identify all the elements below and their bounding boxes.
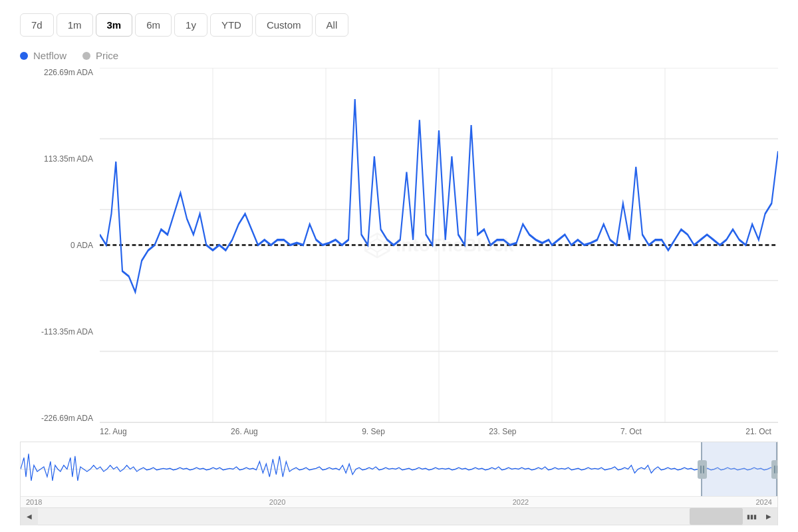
price-dot	[82, 52, 90, 60]
time-range-buttons: 7d 1m 3m 6m 1y YTD Custom All	[20, 13, 778, 37]
scroll-bar: ◀ ▮▮▮ ▶	[20, 508, 778, 525]
chart-legend: Netflow Price	[20, 50, 778, 61]
netflow-dot	[20, 52, 28, 60]
nav-chart-svg	[21, 442, 777, 496]
chart-area: 226.69m ADA 113.35m ADA 0 ADA -113.35m A…	[20, 68, 778, 525]
nav-chart-body	[21, 442, 777, 496]
nav-selection-overlay[interactable]	[701, 442, 777, 496]
time-btn-1y[interactable]: 1y	[174, 13, 207, 37]
y-label-bottom: -226.69m ADA	[20, 414, 93, 423]
nav-handle-left[interactable]	[698, 460, 707, 479]
x-label-4: 7. Oct	[620, 427, 642, 436]
y-label-top: 226.69m ADA	[20, 68, 93, 77]
nav-x-label-1: 2020	[269, 498, 285, 506]
chart-body: IntoTheBlock	[100, 68, 778, 423]
nav-x-label-0: 2018	[26, 498, 42, 506]
handle-line-2	[703, 466, 704, 473]
y-label-lower: -113.35m ADA	[20, 327, 93, 336]
y-axis: 226.69m ADA 113.35m ADA 0 ADA -113.35m A…	[20, 68, 100, 423]
main-chart-svg	[100, 68, 778, 422]
nav-handle-right[interactable]	[771, 460, 777, 479]
nav-x-label-3: 2024	[755, 498, 771, 506]
scroll-track[interactable]	[38, 508, 743, 525]
price-label: Price	[96, 50, 118, 61]
handle-line-1	[700, 466, 702, 473]
handle-line-3	[774, 466, 775, 473]
x-label-2: 9. Sep	[362, 427, 385, 436]
x-axis: 12. Aug 26. Aug 9. Sep 23. Sep 7. Oct 21…	[100, 423, 778, 436]
y-label-upper: 113.35m ADA	[20, 154, 93, 164]
x-label-3: 23. Sep	[489, 427, 516, 436]
app-container: 7d 1m 3m 6m 1y YTD Custom All Netflow Pr…	[0, 0, 798, 532]
time-btn-1m[interactable]: 1m	[57, 13, 93, 37]
time-btn-custom[interactable]: Custom	[255, 13, 313, 37]
scroll-center-button[interactable]: ▮▮▮	[743, 508, 760, 525]
time-btn-3m[interactable]: 3m	[96, 13, 133, 37]
legend-netflow: Netflow	[20, 50, 66, 61]
main-chart: 226.69m ADA 113.35m ADA 0 ADA -113.35m A…	[20, 68, 778, 423]
nav-x-label-2: 2022	[513, 498, 529, 506]
scroll-left-button[interactable]: ◀	[21, 508, 38, 525]
time-btn-7d[interactable]: 7d	[20, 13, 54, 37]
nav-netflow-line	[21, 454, 777, 481]
time-btn-all[interactable]: All	[315, 13, 349, 37]
x-label-5: 21. Oct	[745, 427, 771, 436]
x-label-1: 26. Aug	[231, 427, 258, 436]
time-btn-6m[interactable]: 6m	[135, 13, 172, 37]
scroll-right-button[interactable]: ▶	[760, 508, 777, 525]
netflow-label: Netflow	[33, 50, 66, 61]
nav-x-axis: 2018 2020 2022 2024	[21, 496, 777, 507]
time-btn-ytd[interactable]: YTD	[210, 13, 253, 37]
y-label-zero: 0 ADA	[20, 241, 93, 250]
chart-navigator[interactable]: 2018 2020 2022 2024	[20, 442, 778, 508]
scroll-thumb[interactable]	[690, 508, 743, 525]
handle-line-4	[777, 466, 777, 473]
x-label-0: 12. Aug	[100, 427, 127, 436]
legend-price: Price	[82, 50, 118, 61]
